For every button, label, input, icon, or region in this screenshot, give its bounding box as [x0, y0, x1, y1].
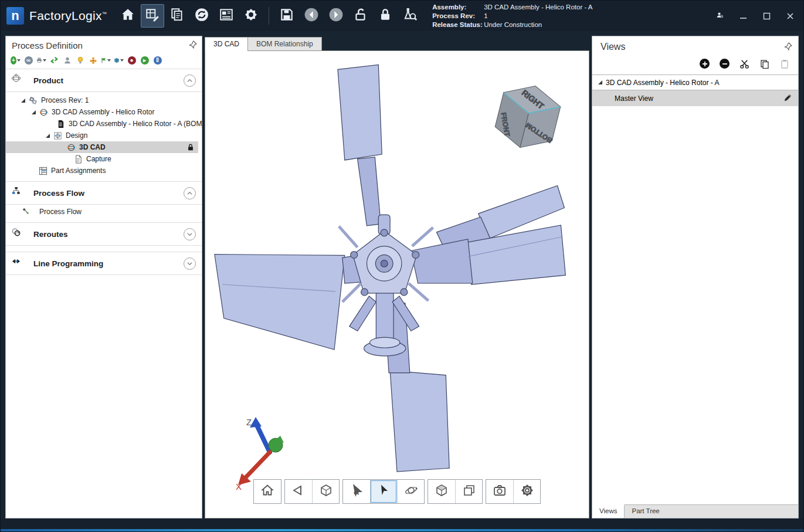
lock-button[interactable] [374, 4, 397, 28]
text-select-button[interactable]: a [343, 480, 370, 503]
collapse-up-icon[interactable] [184, 74, 196, 87]
select-pointer-button[interactable] [370, 480, 397, 503]
tab-part-tree[interactable]: Part Tree [625, 505, 666, 518]
reroutes-section-header[interactable]: Reroutes [6, 222, 202, 246]
settings-button[interactable] [239, 4, 263, 28]
reports-button[interactable] [215, 4, 238, 28]
pin-icon[interactable] [784, 42, 792, 52]
close-button[interactable] [781, 8, 799, 23]
flag-button[interactable] [101, 55, 111, 65]
cube-view-button[interactable] [312, 480, 339, 503]
process-flow-item-label: Process Flow [39, 208, 82, 216]
record-button[interactable]: ● [127, 55, 137, 65]
tree-row-design[interactable]: Design [6, 130, 202, 141]
collapse-up-icon[interactable] [184, 187, 196, 199]
tree-row-assembly[interactable]: 3D CAD Assembly - Helico Rotor [6, 106, 202, 118]
orbit-button[interactable] [397, 480, 424, 503]
bulb-button[interactable] [75, 55, 85, 65]
view-home-button[interactable] [254, 480, 281, 503]
user-button[interactable] [62, 55, 72, 65]
expander-icon[interactable] [21, 99, 25, 103]
add-button[interactable]: + [11, 55, 21, 65]
views-header: Views [592, 36, 798, 53]
sync-button[interactable] [190, 4, 213, 28]
tree-row-process-rev[interactable]: Process Rev: 1 [6, 94, 202, 106]
unlock-icon [353, 7, 368, 25]
views-toolbar [592, 53, 798, 74]
tab-views[interactable]: Views [592, 504, 625, 518]
gear-icon [243, 7, 259, 25]
pin-icon[interactable] [189, 40, 197, 50]
copy-view-button[interactable] [759, 58, 770, 69]
add-view-button[interactable] [699, 58, 710, 69]
save-icon [279, 7, 294, 25]
line-programming-section-header[interactable]: Line Programming [6, 252, 202, 275]
cad-assembly-icon [67, 143, 76, 152]
tree-row-capture[interactable]: Capture [6, 153, 202, 165]
link-button[interactable]: ∞ [23, 55, 33, 65]
collapse-down-icon[interactable] [184, 257, 196, 270]
product-section-header[interactable]: Product [6, 69, 202, 92]
reports-icon [219, 7, 234, 25]
orientation-cube[interactable]: RIGHT BOTTOM FRONT [490, 78, 565, 158]
snapshot-button[interactable] [486, 480, 513, 503]
maximize-button[interactable] [758, 8, 775, 23]
views-tree-root[interactable]: 3D CAD Assembly - Helico Rotor - A [592, 74, 798, 90]
home-button[interactable] [116, 4, 140, 28]
back-button[interactable] [300, 4, 323, 28]
minimize-button[interactable] [734, 8, 752, 23]
viewport-column: 3D CAD BOM Relationship [205, 36, 589, 519]
unlock-button[interactable] [349, 4, 372, 28]
expander-icon[interactable] [598, 80, 602, 84]
process-flow-item[interactable]: Process Flow [6, 205, 202, 219]
transfer-button[interactable] [49, 55, 59, 65]
remove-view-button[interactable] [719, 58, 730, 69]
release-status-label: Release Status: [432, 21, 484, 29]
isometric-button[interactable] [428, 480, 455, 503]
collapse-down-icon[interactable] [184, 228, 196, 240]
views-body [592, 106, 798, 504]
logout-user-button[interactable] [711, 8, 728, 23]
process-flow-section-header[interactable]: Process Flow [6, 181, 202, 205]
tree-label: 3D CAD [79, 143, 106, 151]
master-view-label: Master View [615, 94, 653, 103]
save-button[interactable] [275, 4, 298, 28]
view-cone-button[interactable] [285, 480, 312, 503]
start-button[interactable]: ▸ [140, 55, 150, 65]
process-definition-panel: Process Definition + ∞ ● ▸ ‖ Produ [5, 36, 202, 519]
3d-viewport[interactable]: RIGHT BOTTOM FRONT Z X [205, 50, 589, 519]
cut-view-button[interactable] [739, 58, 750, 69]
tree-label: Process Rev: 1 [41, 96, 89, 104]
process-definition-button[interactable] [141, 4, 164, 28]
viewport-settings-button[interactable] [513, 480, 540, 503]
expander-icon[interactable] [32, 110, 36, 114]
forward-button[interactable] [324, 4, 348, 28]
locked-icon [186, 143, 195, 151]
expander-icon[interactable] [46, 134, 50, 138]
documents-button[interactable] [165, 4, 189, 28]
forward-icon [328, 7, 344, 25]
sync-icon [194, 7, 209, 25]
print-button[interactable] [36, 55, 46, 65]
flower-button[interactable] [88, 55, 98, 65]
master-view-row[interactable]: Master View [592, 90, 798, 106]
tree-row-bom[interactable]: 3D CAD Assembly - Helico Rotor - A (BOM) [6, 118, 202, 130]
release-button[interactable] [398, 4, 422, 28]
process-rev-label: Process Rev: [432, 12, 484, 21]
flow-icon [22, 208, 31, 216]
paste-view-button[interactable] [779, 58, 790, 69]
package-button[interactable] [114, 55, 124, 65]
process-flow-icon [12, 187, 25, 199]
tree-row-3d-cad-selected[interactable]: 3D CAD [6, 141, 198, 153]
tab-bom-relationship[interactable]: BOM Relationship [248, 37, 322, 51]
tab-3d-cad[interactable]: 3D CAD [205, 37, 248, 51]
layers-button[interactable] [455, 480, 482, 503]
process-rev-value: 1 [484, 12, 487, 21]
user-logout-icon [716, 11, 724, 21]
tree-row-part-assignments[interactable]: Part Assignments [6, 165, 202, 177]
assembly-value: 3D CAD Assembly - Helico Rotor - A [484, 3, 592, 12]
tree-label: Design [66, 131, 87, 140]
titlebar-right [711, 8, 799, 23]
edit-pencil-icon[interactable] [783, 93, 792, 104]
status-button[interactable]: ‖ [152, 55, 162, 65]
